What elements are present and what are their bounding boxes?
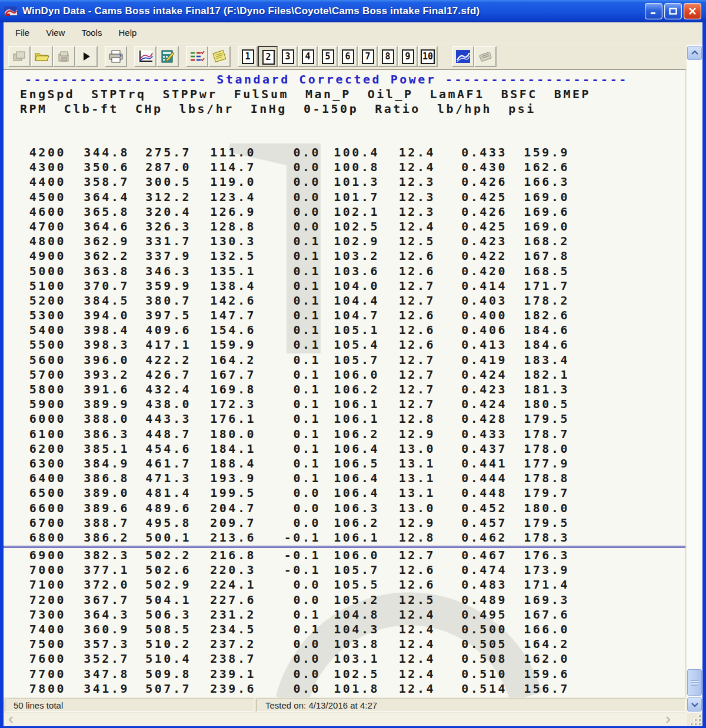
table-row: 7000377.1502.6220.3-0.1105.712.60.474173… (4, 563, 685, 577)
report-header: -------------------- Standard Corrected … (4, 72, 685, 87)
scroll-left-button[interactable] (5, 713, 18, 726)
column-unit: InHg (234, 102, 287, 116)
table-row: 6000388.0443.3176.10.1106.112.80.428179.… (4, 412, 685, 426)
menu-item[interactable]: File (8, 25, 36, 40)
table-row: 7800341.9507.7239.60.0101.812.40.514156.… (4, 682, 685, 696)
table-row: 7400360.9508.5234.50.1104.312.40.500166.… (4, 622, 685, 637)
page-button[interactable]: 9 (398, 46, 418, 67)
maximize-button[interactable] (664, 3, 682, 19)
menu-item[interactable]: Tools (74, 25, 109, 40)
column-unit: lb/hph (421, 102, 492, 116)
table-row: 5500398.3417.1159.90.1105.412.60.413184.… (4, 338, 685, 352)
menu-item[interactable]: Help (111, 25, 144, 40)
graph-button[interactable] (134, 46, 156, 67)
page-number: 3 (282, 49, 294, 64)
new-button[interactable] (8, 46, 31, 67)
app-icon[interactable] (4, 4, 18, 18)
table-row: 7100372.0502.9224.10.0105.512.60.483171.… (4, 577, 685, 592)
scroll-right-button[interactable] (661, 713, 674, 726)
horizontal-scrollbar[interactable] (4, 713, 687, 726)
table-row: 6600389.6489.6204.70.0106.313.00.452180.… (4, 501, 685, 516)
status-bar: 50 lines total Tested on: 4/13/2016 at 4… (4, 697, 687, 713)
page-button[interactable]: 8 (378, 46, 398, 67)
page-button[interactable]: 7 (358, 46, 378, 67)
toolbar: 1 2 3 4 5 6 (4, 44, 702, 69)
column-label: Oil_P (351, 87, 414, 102)
plot-icon (455, 49, 471, 64)
column-unit: CHp (119, 102, 163, 116)
page-number: 7 (362, 49, 374, 64)
chevron-left-icon (9, 716, 14, 723)
column-label: Man_P (289, 87, 351, 102)
table-row: 5600396.0422.2164.20.1105.712.70.419183.… (4, 353, 685, 368)
column-label: LamAF1 (413, 87, 484, 102)
lines-total-panel: 50 lines total (5, 699, 254, 712)
channel-list-button[interactable] (186, 46, 208, 67)
column-unit: RPM (4, 102, 48, 116)
table-row: 4800362.9331.7130.30.1102.912.50.423168.… (4, 234, 685, 249)
menu-bar: FileViewToolsHelp (4, 22, 702, 44)
page-number: 4 (302, 49, 314, 64)
page-button[interactable]: 6 (338, 46, 358, 67)
column-label: STPPwr (146, 87, 218, 102)
play-button[interactable] (75, 46, 98, 67)
page-button[interactable]: 1 (238, 46, 258, 67)
resize-grip[interactable] (689, 714, 701, 725)
scroll-up-button[interactable] (687, 46, 702, 60)
vertical-scrollbar[interactable] (687, 45, 702, 713)
table-row: 4300350.6287.0114.70.0100.812.40.430162.… (4, 160, 685, 175)
edit-config-button[interactable] (156, 46, 179, 67)
tag-button[interactable] (474, 46, 497, 67)
rows-page-1: 4200344.8275.7111.00.0100.412.40.433159.… (4, 145, 685, 545)
notes-button[interactable] (208, 46, 231, 67)
close-button[interactable] (684, 3, 701, 19)
save-button[interactable] (53, 46, 75, 67)
page-button[interactable]: 10 (418, 46, 438, 67)
table-row: 6500389.0481.4199.50.0106.413.10.448179.… (4, 486, 685, 500)
column-label: STPTrq (75, 87, 146, 102)
save-disabled-icon (57, 51, 71, 62)
column-label: BSFC (485, 87, 538, 102)
column-unit: Ratio (358, 102, 421, 116)
column-label: BMEP (538, 87, 591, 102)
page-number: 1 (242, 49, 254, 64)
windyn-window: WinDyn Data - Cams Boss intake Final17 (… (0, 0, 706, 728)
page-button[interactable]: 3 (278, 46, 298, 67)
menu-item[interactable]: View (39, 25, 72, 40)
table-row: 5800391.6432.4169.80.1106.212.70.423181.… (4, 382, 685, 397)
table-row: 4500364.4312.2123.40.0101.712.30.425169.… (4, 190, 685, 205)
print-button[interactable] (105, 46, 127, 67)
minimize-button[interactable] (645, 3, 662, 19)
page-buttons: 1 2 3 4 5 6 (238, 46, 438, 67)
tested-on-panel: Tested on: 4/13/2016 at 4:27 (257, 699, 686, 712)
vertical-scroll-thumb[interactable] (687, 669, 702, 696)
table-row: 6300384.9461.7188.40.1106.513.10.441177.… (4, 456, 685, 471)
table-row: 4200344.8275.7111.00.0100.412.40.433159.… (4, 145, 685, 160)
lines-total: 50 lines total (14, 700, 63, 710)
column-label: EngSpd (4, 87, 75, 102)
table-row: 4900362.2337.9132.50.1103.212.60.422167.… (4, 249, 685, 263)
column-unit: Clb-ft (48, 102, 119, 116)
table-row: 6800386.2500.1213.6-0.1106.112.80.462178… (4, 530, 685, 545)
minimize-icon (650, 8, 658, 15)
plot-button[interactable] (452, 46, 474, 67)
table-row: 5200384.5380.7142.60.1104.412.70.403178.… (4, 293, 685, 308)
table-row: 5000363.8346.3135.10.1103.612.60.420168.… (4, 264, 685, 279)
open-folder-icon (34, 51, 49, 62)
print-icon (108, 50, 124, 63)
play-icon (82, 52, 91, 61)
table-row: 6700388.7495.8209.70.0106.212.90.457179.… (4, 516, 685, 530)
column-label: FulSum (218, 87, 289, 102)
maximize-icon (669, 8, 677, 15)
open-button[interactable] (31, 46, 53, 67)
page-button[interactable]: 4 (298, 46, 318, 67)
tested-on: Tested on: 4/13/2016 at 4:27 (265, 700, 377, 710)
table-row: 6200385.1454.6184.10.1106.413.00.437178.… (4, 442, 685, 456)
page-button[interactable]: 2 (258, 46, 278, 67)
scroll-down-button[interactable] (687, 697, 702, 712)
page-button[interactable]: 5 (318, 46, 338, 67)
chevron-right-icon (665, 716, 670, 723)
page-number: 6 (342, 49, 354, 64)
table-row: 6100386.3448.7180.00.1106.212.90.433178.… (4, 427, 685, 442)
column-unit: 0-150p (287, 102, 358, 116)
